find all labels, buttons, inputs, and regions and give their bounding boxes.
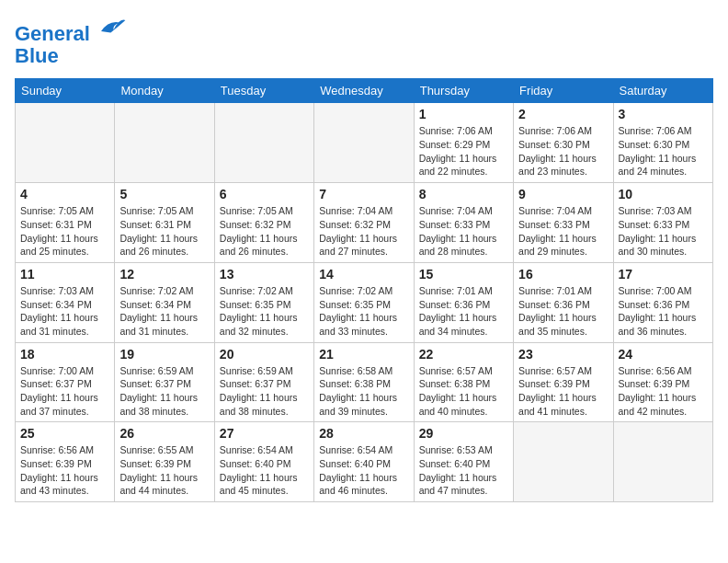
day-number: 8: [419, 187, 508, 201]
day-info: Sunrise: 7:05 AM Sunset: 6:31 PM Dayligh…: [119, 204, 209, 259]
day-info: Sunrise: 6:57 AM Sunset: 6:38 PM Dayligh…: [419, 364, 508, 419]
day-number: 28: [319, 426, 408, 441]
calendar-cell: 15Sunrise: 7:01 AM Sunset: 6:36 PM Dayli…: [414, 262, 513, 342]
calendar-cell: 5Sunrise: 7:05 AM Sunset: 6:31 PM Daylig…: [115, 183, 214, 263]
day-info: Sunrise: 7:04 AM Sunset: 6:33 PM Dayligh…: [518, 204, 608, 259]
calendar-cell: 12Sunrise: 7:02 AM Sunset: 6:34 PM Dayli…: [115, 262, 214, 342]
calendar-cell: 29Sunrise: 6:53 AM Sunset: 6:40 PM Dayli…: [414, 422, 513, 502]
day-number: 25: [20, 426, 109, 441]
day-info: Sunrise: 6:57 AM Sunset: 6:39 PM Dayligh…: [518, 364, 608, 419]
calendar-cell: 22Sunrise: 6:57 AM Sunset: 6:38 PM Dayli…: [414, 342, 513, 422]
calendar-cell: [314, 103, 414, 183]
day-number: 10: [619, 187, 708, 201]
weekday-header-row: SundayMondayTuesdayWednesdayThursdayFrid…: [16, 79, 713, 103]
day-number: 7: [319, 187, 408, 201]
calendar-cell: 7Sunrise: 7:04 AM Sunset: 6:32 PM Daylig…: [314, 183, 414, 263]
day-number: 3: [619, 107, 708, 121]
day-number: 19: [119, 347, 209, 362]
day-number: 4: [20, 187, 109, 201]
day-info: Sunrise: 7:01 AM Sunset: 6:36 PM Dayligh…: [518, 284, 608, 339]
calendar-cell: 17Sunrise: 7:00 AM Sunset: 6:36 PM Dayli…: [613, 262, 712, 342]
calendar-cell: 11Sunrise: 7:03 AM Sunset: 6:34 PM Dayli…: [16, 262, 115, 342]
day-number: 20: [220, 347, 309, 362]
calendar-cell: 9Sunrise: 7:04 AM Sunset: 6:33 PM Daylig…: [514, 183, 613, 263]
day-info: Sunrise: 7:00 AM Sunset: 6:37 PM Dayligh…: [20, 364, 109, 419]
day-number: 11: [20, 267, 109, 282]
logo-general: General: [15, 22, 90, 45]
weekday-header-saturday: Saturday: [613, 79, 712, 103]
day-info: Sunrise: 6:55 AM Sunset: 6:39 PM Dayligh…: [119, 443, 209, 498]
day-number: 15: [419, 267, 508, 282]
logo-blue: Blue: [15, 45, 127, 67]
logo-bird-icon: [97, 15, 127, 40]
calendar-cell: 16Sunrise: 7:01 AM Sunset: 6:36 PM Dayli…: [514, 262, 613, 342]
weekday-header-wednesday: Wednesday: [314, 79, 414, 103]
calendar-cell: 23Sunrise: 6:57 AM Sunset: 6:39 PM Dayli…: [514, 342, 613, 422]
day-number: 24: [619, 347, 708, 362]
day-info: Sunrise: 6:54 AM Sunset: 6:40 PM Dayligh…: [319, 443, 408, 498]
day-info: Sunrise: 7:00 AM Sunset: 6:36 PM Dayligh…: [619, 284, 708, 339]
day-info: Sunrise: 7:06 AM Sunset: 6:30 PM Dayligh…: [518, 124, 608, 178]
header: General Blue: [15, 15, 713, 67]
calendar-cell: 25Sunrise: 6:56 AM Sunset: 6:39 PM Dayli…: [16, 422, 115, 502]
day-info: Sunrise: 6:53 AM Sunset: 6:40 PM Dayligh…: [419, 443, 508, 498]
day-number: 23: [518, 347, 608, 362]
weekday-header-tuesday: Tuesday: [214, 79, 313, 103]
day-number: 26: [119, 426, 209, 441]
weekday-header-friday: Friday: [514, 79, 613, 103]
day-info: Sunrise: 6:54 AM Sunset: 6:40 PM Dayligh…: [220, 443, 309, 498]
weekday-header-thursday: Thursday: [414, 79, 513, 103]
day-info: Sunrise: 7:03 AM Sunset: 6:34 PM Dayligh…: [20, 284, 109, 339]
day-number: 9: [518, 187, 608, 201]
day-info: Sunrise: 7:05 AM Sunset: 6:32 PM Dayligh…: [220, 204, 309, 259]
day-number: 5: [119, 187, 209, 201]
day-number: 12: [119, 267, 209, 282]
day-info: Sunrise: 7:01 AM Sunset: 6:36 PM Dayligh…: [419, 284, 508, 339]
day-info: Sunrise: 6:56 AM Sunset: 6:39 PM Dayligh…: [619, 364, 708, 419]
logo: General Blue: [15, 15, 127, 67]
day-number: 6: [220, 187, 309, 201]
day-info: Sunrise: 7:05 AM Sunset: 6:31 PM Dayligh…: [20, 204, 109, 259]
calendar: SundayMondayTuesdayWednesdayThursdayFrid…: [15, 78, 713, 502]
calendar-cell: 19Sunrise: 6:59 AM Sunset: 6:37 PM Dayli…: [115, 342, 214, 422]
day-number: 16: [518, 267, 608, 282]
weekday-header-monday: Monday: [115, 79, 214, 103]
calendar-cell: [613, 422, 712, 502]
calendar-cell: [115, 103, 214, 183]
calendar-cell: 18Sunrise: 7:00 AM Sunset: 6:37 PM Dayli…: [16, 342, 115, 422]
day-number: 22: [419, 347, 508, 362]
calendar-cell: 2Sunrise: 7:06 AM Sunset: 6:30 PM Daylig…: [514, 103, 613, 183]
day-info: Sunrise: 6:56 AM Sunset: 6:39 PM Dayligh…: [20, 443, 109, 498]
day-info: Sunrise: 6:59 AM Sunset: 6:37 PM Dayligh…: [119, 364, 209, 419]
day-number: 14: [319, 267, 408, 282]
day-number: 18: [20, 347, 109, 362]
day-number: 17: [619, 267, 708, 282]
day-info: Sunrise: 7:02 AM Sunset: 6:34 PM Dayligh…: [119, 284, 209, 339]
calendar-cell: [514, 422, 613, 502]
day-info: Sunrise: 7:04 AM Sunset: 6:32 PM Dayligh…: [319, 204, 408, 259]
day-info: Sunrise: 7:02 AM Sunset: 6:35 PM Dayligh…: [220, 284, 309, 339]
calendar-cell: 6Sunrise: 7:05 AM Sunset: 6:32 PM Daylig…: [214, 183, 313, 263]
calendar-row-3: 18Sunrise: 7:00 AM Sunset: 6:37 PM Dayli…: [16, 342, 713, 422]
day-number: 21: [319, 347, 408, 362]
day-info: Sunrise: 7:02 AM Sunset: 6:35 PM Dayligh…: [319, 284, 408, 339]
day-number: 29: [419, 426, 508, 441]
day-info: Sunrise: 6:59 AM Sunset: 6:37 PM Dayligh…: [220, 364, 309, 419]
calendar-cell: 3Sunrise: 7:06 AM Sunset: 6:30 PM Daylig…: [613, 103, 712, 183]
calendar-row-2: 11Sunrise: 7:03 AM Sunset: 6:34 PM Dayli…: [16, 262, 713, 342]
calendar-row-0: 1Sunrise: 7:06 AM Sunset: 6:29 PM Daylig…: [16, 103, 713, 183]
day-info: Sunrise: 7:06 AM Sunset: 6:30 PM Dayligh…: [619, 124, 708, 178]
calendar-cell: 14Sunrise: 7:02 AM Sunset: 6:35 PM Dayli…: [314, 262, 414, 342]
day-number: 13: [220, 267, 309, 282]
logo-text: General: [15, 15, 127, 45]
calendar-cell: 28Sunrise: 6:54 AM Sunset: 6:40 PM Dayli…: [314, 422, 414, 502]
calendar-cell: 27Sunrise: 6:54 AM Sunset: 6:40 PM Dayli…: [214, 422, 313, 502]
calendar-cell: 26Sunrise: 6:55 AM Sunset: 6:39 PM Dayli…: [115, 422, 214, 502]
calendar-row-4: 25Sunrise: 6:56 AM Sunset: 6:39 PM Dayli…: [16, 422, 713, 502]
calendar-cell: 10Sunrise: 7:03 AM Sunset: 6:33 PM Dayli…: [613, 183, 712, 263]
calendar-cell: 4Sunrise: 7:05 AM Sunset: 6:31 PM Daylig…: [16, 183, 115, 263]
day-number: 27: [220, 426, 309, 441]
weekday-header-sunday: Sunday: [16, 79, 115, 103]
calendar-cell: 24Sunrise: 6:56 AM Sunset: 6:39 PM Dayli…: [613, 342, 712, 422]
day-info: Sunrise: 7:03 AM Sunset: 6:33 PM Dayligh…: [619, 204, 708, 259]
